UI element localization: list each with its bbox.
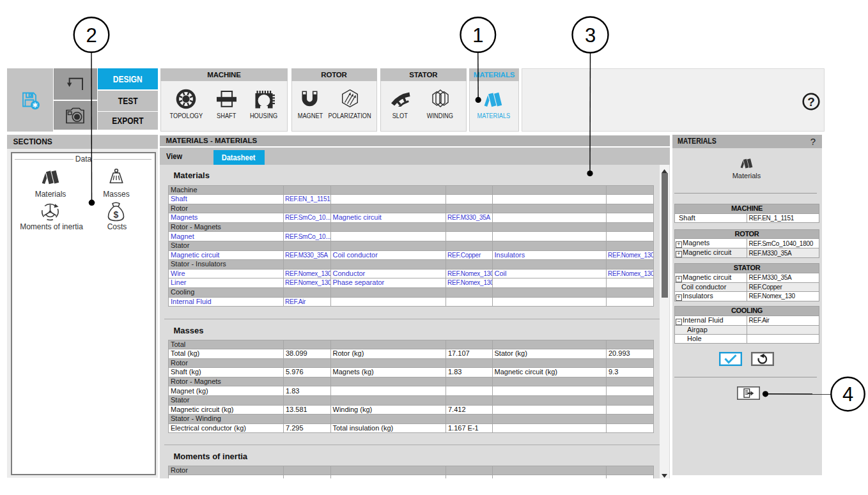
svg-text:4: 4: [842, 383, 853, 406]
svg-text:1: 1: [472, 24, 483, 47]
svg-text:3: 3: [585, 24, 596, 47]
svg-text:2: 2: [86, 24, 97, 47]
